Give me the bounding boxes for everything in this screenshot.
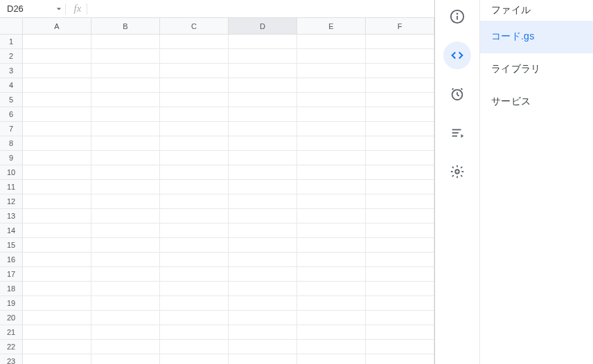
select-all-corner[interactable] [0,18,23,34]
cell-A16[interactable] [23,253,91,266]
cell-B21[interactable] [91,325,160,339]
cell-C19[interactable] [160,296,229,310]
cell-E5[interactable] [297,93,366,107]
cell-D18[interactable] [229,282,297,295]
cell-F21[interactable] [366,325,434,339]
cell-D21[interactable] [229,325,297,339]
cell-F3[interactable] [366,64,434,78]
cell-E4[interactable] [297,78,366,92]
cell-A4[interactable] [23,78,91,92]
cell-F11[interactable] [366,180,434,194]
cell-F6[interactable] [366,107,434,121]
cell-A7[interactable] [23,122,91,136]
cell-E19[interactable] [297,296,366,310]
cell-C2[interactable] [160,49,229,63]
cell-B19[interactable] [91,296,160,310]
cell-F1[interactable] [366,35,434,48]
cell-D22[interactable] [229,340,297,354]
row-header-23[interactable]: 23 [0,354,23,364]
cell-B13[interactable] [91,209,160,223]
cell-F22[interactable] [366,340,434,354]
cell-E15[interactable] [297,238,366,252]
gear-icon[interactable] [443,158,471,185]
cell-F15[interactable] [366,238,434,252]
cell-C21[interactable] [160,325,229,339]
cell-F8[interactable] [366,136,434,150]
cell-A20[interactable] [23,311,91,325]
row-header-9[interactable]: 9 [0,151,23,165]
cell-E14[interactable] [297,224,366,237]
cell-A18[interactable] [23,282,91,295]
cell-E3[interactable] [297,64,366,78]
cell-C20[interactable] [160,311,229,325]
cell-C15[interactable] [160,238,229,252]
row-header-11[interactable]: 11 [0,180,23,194]
cell-C5[interactable] [160,93,229,107]
cell-A22[interactable] [23,340,91,354]
cell-B4[interactable] [91,78,160,92]
cell-A2[interactable] [23,49,91,63]
file-item[interactable]: コード.gs [480,21,593,53]
column-header-c[interactable]: C [160,18,229,34]
cell-C17[interactable] [160,267,229,281]
cell-B17[interactable] [91,267,160,281]
cell-D1[interactable] [229,35,297,48]
cell-C18[interactable] [160,282,229,295]
row-header-13[interactable]: 13 [0,209,23,223]
row-header-16[interactable]: 16 [0,253,23,266]
cell-D2[interactable] [229,49,297,63]
cell-A9[interactable] [23,151,91,165]
cell-B14[interactable] [91,224,160,237]
cell-F18[interactable] [366,282,434,295]
cell-D12[interactable] [229,194,297,208]
row-header-18[interactable]: 18 [0,282,23,295]
cell-B7[interactable] [91,122,160,136]
cell-F12[interactable] [366,194,434,208]
cell-D5[interactable] [229,93,297,107]
column-header-b[interactable]: B [91,18,160,34]
cell-B2[interactable] [91,49,160,63]
info-icon[interactable] [443,3,471,30]
name-box-dropdown[interactable] [53,6,65,12]
row-header-12[interactable]: 12 [0,194,23,208]
row-header-1[interactable]: 1 [0,35,23,48]
cell-A11[interactable] [23,180,91,194]
cell-F19[interactable] [366,296,434,310]
cell-D9[interactable] [229,151,297,165]
cell-F16[interactable] [366,253,434,266]
cell-C16[interactable] [160,253,229,266]
cell-A23[interactable] [23,354,91,364]
cell-C6[interactable] [160,107,229,121]
column-header-f[interactable]: F [366,18,434,34]
cell-B18[interactable] [91,282,160,295]
cell-B3[interactable] [91,64,160,78]
file-item[interactable]: サービス [480,86,593,118]
cell-A5[interactable] [23,93,91,107]
row-header-21[interactable]: 21 [0,325,23,339]
cell-E2[interactable] [297,49,366,63]
cell-A1[interactable] [23,35,91,48]
row-header-3[interactable]: 3 [0,64,23,78]
cell-D6[interactable] [229,107,297,121]
cell-F7[interactable] [366,122,434,136]
cell-E23[interactable] [297,354,366,364]
cell-A13[interactable] [23,209,91,223]
cell-D7[interactable] [229,122,297,136]
cell-F20[interactable] [366,311,434,325]
cell-C4[interactable] [160,78,229,92]
cell-B15[interactable] [91,238,160,252]
cell-E18[interactable] [297,282,366,295]
cell-F2[interactable] [366,49,434,63]
cell-C9[interactable] [160,151,229,165]
cell-A21[interactable] [23,325,91,339]
cell-D20[interactable] [229,311,297,325]
cell-C3[interactable] [160,64,229,78]
cell-B5[interactable] [91,93,160,107]
cell-A12[interactable] [23,194,91,208]
row-header-8[interactable]: 8 [0,136,23,150]
cell-D10[interactable] [229,165,297,179]
cell-C10[interactable] [160,165,229,179]
cell-D11[interactable] [229,180,297,194]
cell-B9[interactable] [91,151,160,165]
row-header-5[interactable]: 5 [0,93,23,107]
